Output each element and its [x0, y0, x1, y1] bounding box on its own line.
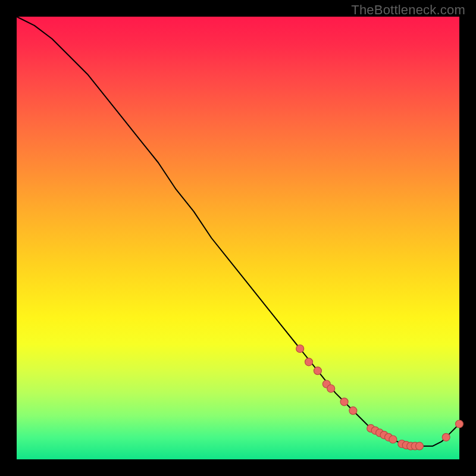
- plot-area: [17, 17, 459, 459]
- marker-point: [314, 367, 321, 375]
- watermark-text: TheBottleneck.com: [351, 2, 465, 18]
- chart-frame: TheBottleneck.com: [0, 0, 476, 476]
- marker-point: [389, 436, 397, 443]
- highlight-markers: [296, 345, 464, 450]
- bottleneck-curve: [17, 17, 459, 446]
- marker-point: [416, 442, 424, 450]
- marker-point: [442, 433, 450, 441]
- marker-point: [327, 385, 335, 393]
- marker-point: [340, 398, 348, 406]
- marker-point: [296, 345, 304, 353]
- marker-point: [456, 420, 464, 428]
- chart-svg: [17, 17, 459, 459]
- marker-point: [305, 358, 313, 366]
- marker-point: [349, 407, 357, 415]
